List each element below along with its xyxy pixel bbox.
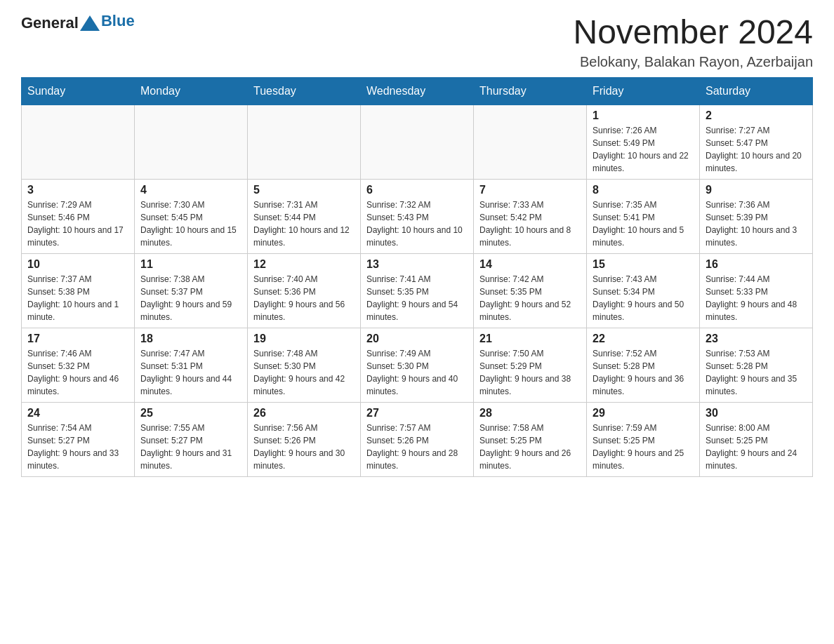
calendar-day-cell: 11Sunrise: 7:38 AM Sunset: 5:37 PM Dayli… bbox=[135, 253, 248, 328]
day-info: Sunrise: 7:55 AM Sunset: 5:27 PM Dayligh… bbox=[140, 422, 241, 472]
day-info: Sunrise: 7:29 AM Sunset: 5:46 PM Dayligh… bbox=[27, 199, 128, 249]
calendar-day-cell: 12Sunrise: 7:40 AM Sunset: 5:36 PM Dayli… bbox=[248, 253, 361, 328]
calendar-day-cell: 21Sunrise: 7:50 AM Sunset: 5:29 PM Dayli… bbox=[474, 328, 587, 402]
day-number: 23 bbox=[706, 333, 807, 345]
day-info: Sunrise: 7:54 AM Sunset: 5:27 PM Dayligh… bbox=[27, 422, 128, 472]
day-number: 28 bbox=[479, 407, 581, 420]
day-number: 30 bbox=[706, 407, 807, 420]
day-info: Sunrise: 7:41 AM Sunset: 5:35 PM Dayligh… bbox=[366, 273, 468, 323]
day-number: 11 bbox=[140, 258, 241, 271]
day-info: Sunrise: 7:57 AM Sunset: 5:26 PM Dayligh… bbox=[366, 422, 468, 472]
calendar-week-row: 1Sunrise: 7:26 AM Sunset: 5:49 PM Daylig… bbox=[22, 105, 813, 179]
calendar-day-header: Friday bbox=[587, 77, 700, 105]
day-info: Sunrise: 7:48 AM Sunset: 5:30 PM Dayligh… bbox=[253, 347, 355, 398]
calendar-day-cell: 10Sunrise: 7:37 AM Sunset: 5:38 PM Dayli… bbox=[22, 253, 135, 328]
calendar-day-cell: 14Sunrise: 7:42 AM Sunset: 5:35 PM Dayli… bbox=[474, 253, 587, 328]
day-info: Sunrise: 7:32 AM Sunset: 5:43 PM Dayligh… bbox=[366, 199, 468, 249]
day-info: Sunrise: 7:59 AM Sunset: 5:25 PM Dayligh… bbox=[593, 422, 694, 472]
day-number: 27 bbox=[366, 407, 468, 420]
day-info: Sunrise: 7:37 AM Sunset: 5:38 PM Dayligh… bbox=[27, 273, 128, 323]
day-number: 22 bbox=[593, 333, 694, 345]
day-info: Sunrise: 7:31 AM Sunset: 5:44 PM Dayligh… bbox=[253, 199, 355, 249]
calendar-day-cell: 4Sunrise: 7:30 AM Sunset: 5:45 PM Daylig… bbox=[135, 179, 248, 253]
day-number: 24 bbox=[27, 407, 128, 420]
day-info: Sunrise: 8:00 AM Sunset: 5:25 PM Dayligh… bbox=[706, 422, 807, 472]
calendar-day-cell: 18Sunrise: 7:47 AM Sunset: 5:31 PM Dayli… bbox=[135, 328, 248, 402]
day-info: Sunrise: 7:56 AM Sunset: 5:26 PM Dayligh… bbox=[253, 422, 355, 472]
location-subtitle: Belokany, Balakan Rayon, Azerbaijan bbox=[573, 54, 813, 70]
calendar-day-cell: 27Sunrise: 7:57 AM Sunset: 5:26 PM Dayli… bbox=[361, 402, 474, 476]
day-number: 25 bbox=[140, 407, 241, 420]
day-number: 29 bbox=[593, 407, 694, 420]
calendar-day-cell: 5Sunrise: 7:31 AM Sunset: 5:44 PM Daylig… bbox=[248, 179, 361, 253]
day-info: Sunrise: 7:36 AM Sunset: 5:39 PM Dayligh… bbox=[706, 199, 807, 249]
logo-triangle-icon bbox=[80, 15, 100, 31]
day-number: 9 bbox=[706, 184, 807, 196]
calendar-day-cell: 17Sunrise: 7:46 AM Sunset: 5:32 PM Dayli… bbox=[22, 328, 135, 402]
day-number: 19 bbox=[253, 333, 355, 345]
day-number: 17 bbox=[27, 333, 128, 345]
day-number: 1 bbox=[593, 109, 694, 122]
day-info: Sunrise: 7:30 AM Sunset: 5:45 PM Dayligh… bbox=[140, 199, 241, 249]
calendar-day-cell: 8Sunrise: 7:35 AM Sunset: 5:41 PM Daylig… bbox=[587, 179, 700, 253]
day-number: 2 bbox=[706, 109, 807, 122]
calendar-day-cell bbox=[22, 105, 135, 179]
logo: General Blue bbox=[21, 14, 135, 32]
day-number: 10 bbox=[27, 258, 128, 271]
calendar-day-header: Saturday bbox=[700, 77, 813, 105]
calendar-day-cell: 2Sunrise: 7:27 AM Sunset: 5:47 PM Daylig… bbox=[700, 105, 813, 179]
calendar-day-cell: 1Sunrise: 7:26 AM Sunset: 5:49 PM Daylig… bbox=[587, 105, 700, 179]
calendar-day-cell: 13Sunrise: 7:41 AM Sunset: 5:35 PM Dayli… bbox=[361, 253, 474, 328]
day-number: 20 bbox=[366, 333, 468, 345]
day-number: 21 bbox=[479, 333, 581, 345]
day-info: Sunrise: 7:43 AM Sunset: 5:34 PM Dayligh… bbox=[593, 273, 694, 323]
day-info: Sunrise: 7:58 AM Sunset: 5:25 PM Dayligh… bbox=[479, 422, 581, 472]
title-block: November 2024 Belokany, Balakan Rayon, A… bbox=[573, 14, 813, 70]
day-number: 12 bbox=[253, 258, 355, 271]
day-number: 8 bbox=[593, 184, 694, 196]
day-info: Sunrise: 7:33 AM Sunset: 5:42 PM Dayligh… bbox=[479, 199, 581, 249]
day-info: Sunrise: 7:46 AM Sunset: 5:32 PM Dayligh… bbox=[27, 347, 128, 398]
day-number: 26 bbox=[253, 407, 355, 420]
calendar-day-cell: 15Sunrise: 7:43 AM Sunset: 5:34 PM Dayli… bbox=[587, 253, 700, 328]
calendar-day-header: Monday bbox=[135, 77, 248, 105]
calendar-day-cell: 20Sunrise: 7:49 AM Sunset: 5:30 PM Dayli… bbox=[361, 328, 474, 402]
calendar-day-cell: 28Sunrise: 7:58 AM Sunset: 5:25 PM Dayli… bbox=[474, 402, 587, 476]
day-info: Sunrise: 7:50 AM Sunset: 5:29 PM Dayligh… bbox=[479, 347, 581, 398]
calendar-day-cell: 22Sunrise: 7:52 AM Sunset: 5:28 PM Dayli… bbox=[587, 328, 700, 402]
logo-blue-text: Blue bbox=[101, 12, 135, 29]
day-number: 5 bbox=[253, 184, 355, 196]
day-number: 3 bbox=[27, 184, 128, 196]
calendar-day-cell: 26Sunrise: 7:56 AM Sunset: 5:26 PM Dayli… bbox=[248, 402, 361, 476]
calendar-week-row: 24Sunrise: 7:54 AM Sunset: 5:27 PM Dayli… bbox=[22, 402, 813, 476]
day-number: 18 bbox=[140, 333, 241, 345]
calendar-day-cell: 7Sunrise: 7:33 AM Sunset: 5:42 PM Daylig… bbox=[474, 179, 587, 253]
calendar-day-cell: 16Sunrise: 7:44 AM Sunset: 5:33 PM Dayli… bbox=[700, 253, 813, 328]
day-info: Sunrise: 7:40 AM Sunset: 5:36 PM Dayligh… bbox=[253, 273, 355, 323]
calendar-day-cell: 23Sunrise: 7:53 AM Sunset: 5:28 PM Dayli… bbox=[700, 328, 813, 402]
day-number: 13 bbox=[366, 258, 468, 271]
calendar-day-header: Thursday bbox=[474, 77, 587, 105]
calendar-day-cell: 29Sunrise: 7:59 AM Sunset: 5:25 PM Dayli… bbox=[587, 402, 700, 476]
calendar-week-row: 17Sunrise: 7:46 AM Sunset: 5:32 PM Dayli… bbox=[22, 328, 813, 402]
day-info: Sunrise: 7:26 AM Sunset: 5:49 PM Dayligh… bbox=[593, 124, 694, 175]
day-info: Sunrise: 7:38 AM Sunset: 5:37 PM Dayligh… bbox=[140, 273, 241, 323]
day-info: Sunrise: 7:47 AM Sunset: 5:31 PM Dayligh… bbox=[140, 347, 241, 398]
calendar-day-header: Tuesday bbox=[248, 77, 361, 105]
day-number: 14 bbox=[479, 258, 581, 271]
calendar-day-cell bbox=[474, 105, 587, 179]
day-info: Sunrise: 7:27 AM Sunset: 5:47 PM Dayligh… bbox=[706, 124, 807, 175]
calendar-day-cell bbox=[248, 105, 361, 179]
logo-general-text: General bbox=[21, 14, 79, 32]
calendar-day-cell: 25Sunrise: 7:55 AM Sunset: 5:27 PM Dayli… bbox=[135, 402, 248, 476]
calendar-week-row: 10Sunrise: 7:37 AM Sunset: 5:38 PM Dayli… bbox=[22, 253, 813, 328]
calendar-day-cell: 30Sunrise: 8:00 AM Sunset: 5:25 PM Dayli… bbox=[700, 402, 813, 476]
day-info: Sunrise: 7:35 AM Sunset: 5:41 PM Dayligh… bbox=[593, 199, 694, 249]
calendar-table: SundayMondayTuesdayWednesdayThursdayFrid… bbox=[21, 77, 813, 477]
calendar-day-cell: 6Sunrise: 7:32 AM Sunset: 5:43 PM Daylig… bbox=[361, 179, 474, 253]
calendar-day-header: Sunday bbox=[22, 77, 135, 105]
day-number: 15 bbox=[593, 258, 694, 271]
day-info: Sunrise: 7:49 AM Sunset: 5:30 PM Dayligh… bbox=[366, 347, 468, 398]
page-header: General Blue November 2024 Belokany, Bal… bbox=[21, 14, 813, 70]
calendar-day-cell: 9Sunrise: 7:36 AM Sunset: 5:39 PM Daylig… bbox=[700, 179, 813, 253]
